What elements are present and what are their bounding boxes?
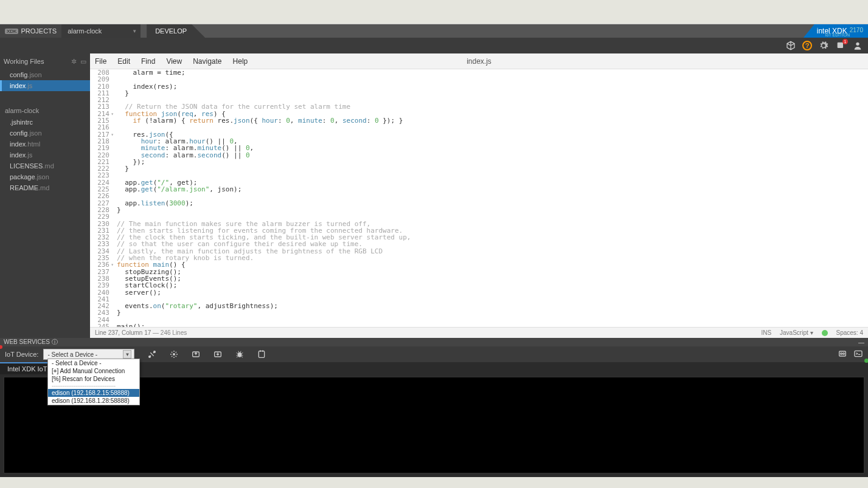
device-option[interactable]: [%] Rescan for Devices <box>48 375 139 383</box>
projects-label: PROJECTS <box>21 27 57 35</box>
working-files-split-icon[interactable]: ▭ <box>80 58 86 66</box>
editor-filename: index.js <box>467 57 491 66</box>
code-line[interactable]: } <box>114 165 868 172</box>
code-line[interactable]: startClock(); <box>114 282 868 289</box>
cube-icon[interactable] <box>785 40 796 51</box>
code-line[interactable]: app.listen(3000); <box>114 200 868 207</box>
code-line[interactable]: events.on("rotary", adjustBrightness); <box>114 303 868 309</box>
svg-rect-0 <box>838 43 843 48</box>
file-tree-item[interactable]: package.json <box>0 171 90 182</box>
brand-badge: intel XDK 2170 IoT EDITION <box>804 24 868 38</box>
menu-help[interactable]: Help <box>233 57 248 66</box>
svg-point-10 <box>841 353 842 355</box>
connect-icon[interactable] <box>147 349 158 360</box>
brand-subtitle: IoT EDITION <box>825 33 850 37</box>
menu-find[interactable]: Find <box>141 57 155 66</box>
svg-rect-12 <box>855 351 862 356</box>
device-option[interactable]: edison (192.168.2.15:58888) <box>48 389 139 397</box>
working-files-gear-icon[interactable]: ✲ <box>71 58 77 66</box>
cursor-position: Line 237, Column 17 <box>95 329 151 336</box>
stop-icon[interactable] <box>256 349 267 360</box>
menu-view[interactable]: View <box>166 57 182 66</box>
code-line[interactable] <box>114 193 868 199</box>
code-line[interactable]: app.get("/alarm.json", json); <box>114 186 868 193</box>
line-number: 236 <box>90 261 114 268</box>
line-count: — 246 Lines <box>151 329 187 336</box>
code-line[interactable]: if (!alarm) { return res.json({ hour: 0,… <box>114 117 868 124</box>
code-line[interactable]: second: alarm.second() || 0 <box>114 152 868 159</box>
file-tree-item[interactable]: index.js <box>0 149 90 160</box>
iot-toolbar: IoT Device: - Select a Device - ▼ - Sele… <box>0 346 868 362</box>
sync-icon[interactable] <box>168 349 179 360</box>
board-config-icon[interactable] <box>838 349 847 360</box>
code-line[interactable]: server(); <box>114 289 868 296</box>
svg-point-7 <box>238 352 242 357</box>
menu-navigate[interactable]: Navigate <box>193 57 221 66</box>
working-file-item[interactable]: config.json <box>0 69 90 80</box>
code-line[interactable]: // Return the JSON data for the currentl… <box>114 103 868 110</box>
device-option[interactable]: [+] Add Manual Connection <box>48 367 139 375</box>
svg-point-2 <box>149 356 151 358</box>
file-tree-item[interactable]: index.html <box>0 139 90 149</box>
line-number: 226 <box>90 193 114 199</box>
console-tab[interactable]: Intel XDK IoT <box>0 362 55 374</box>
user-icon[interactable] <box>852 40 863 51</box>
language-select[interactable]: JavaScript ▾ <box>780 329 813 336</box>
status-dot-icon <box>822 330 828 336</box>
debug-icon[interactable] <box>234 349 245 360</box>
project-dropdown[interactable]: alarm-clock <box>61 24 141 38</box>
code-line[interactable] <box>114 76 868 83</box>
ssh-terminal-icon[interactable] <box>853 349 863 360</box>
dropdown-separator: ----------------------------------- <box>48 383 139 389</box>
help-icon[interactable]: ? <box>802 41 812 50</box>
code-editor[interactable]: 208 alarm = time;209210 index(res);211 }… <box>90 69 868 327</box>
browser-chrome-spacer <box>0 0 868 24</box>
code-line[interactable]: } <box>114 207 868 213</box>
notifications-icon[interactable]: 1 <box>835 40 846 51</box>
file-tree-item[interactable]: .jshintrc <box>0 117 90 128</box>
file-tree-item[interactable]: config.json <box>0 128 90 139</box>
device-option[interactable]: - Select a Device - <box>48 359 139 367</box>
web-services-panel-header[interactable]: WEB SERVICES ⓘ — <box>0 338 868 346</box>
code-line[interactable]: }); <box>114 159 868 165</box>
code-line[interactable] <box>114 172 868 179</box>
code-line[interactable]: index(res); <box>114 83 868 90</box>
svg-rect-8 <box>259 351 265 358</box>
brand-version: 2170 <box>850 27 863 33</box>
menu-edit[interactable]: Edit <box>117 57 130 66</box>
code-line[interactable]: } <box>114 90 868 97</box>
gear-icon[interactable] <box>818 40 829 51</box>
code-line[interactable] <box>114 213 868 220</box>
upload-icon[interactable] <box>190 349 201 360</box>
code-line[interactable]: minute: alarm.minute() || 0, <box>114 145 868 151</box>
file-tree-item[interactable]: LICENSES.md <box>0 160 90 171</box>
tab-develop[interactable]: DEVELOP <box>147 24 205 38</box>
install-icon[interactable] <box>212 349 223 360</box>
line-number: 239 <box>90 282 114 289</box>
code-line[interactable]: alarm = time; <box>114 69 868 76</box>
code-line[interactable]: } <box>114 309 868 316</box>
projects-button[interactable]: XDK PROJECTS <box>0 24 61 38</box>
line-number: 245 <box>90 323 114 327</box>
svg-point-4 <box>173 353 175 356</box>
code-line[interactable]: setupEvents(); <box>114 275 868 282</box>
file-tree-item[interactable]: README.md <box>0 182 90 193</box>
working-files-header: Working Files ✲ ▭ <box>0 53 90 69</box>
line-number: 243 <box>90 309 114 316</box>
code-line[interactable]: // when the rotary knob is turned. <box>114 255 868 261</box>
indent-settings[interactable]: Spaces: 4 <box>836 329 863 336</box>
sidebar: Working Files ✲ ▭ config.jsonindex.js al… <box>0 53 90 338</box>
menu-file[interactable]: File <box>95 57 106 66</box>
code-line[interactable] <box>114 124 868 131</box>
insert-mode[interactable]: INS <box>761 329 771 336</box>
device-dropdown-panel: - Select a Device -[+] Add Manual Connec… <box>47 359 140 405</box>
editor-pane: FileEditFindViewNavigateHelp index.js 20… <box>90 53 868 338</box>
code-line[interactable]: function main() { <box>114 261 868 268</box>
working-file-item[interactable]: index.js <box>0 80 90 91</box>
code-line[interactable]: stopBuzzing(); <box>114 269 868 275</box>
code-line[interactable] <box>114 317 868 323</box>
device-option[interactable]: edison (192.168.1.28:58888) <box>48 397 139 405</box>
collapse-icon[interactable]: — <box>858 339 864 346</box>
file-tree-root[interactable]: alarm-clock <box>0 103 90 117</box>
app-tabbar: XDK PROJECTS alarm-clock DEVELOP intel X… <box>0 24 868 38</box>
